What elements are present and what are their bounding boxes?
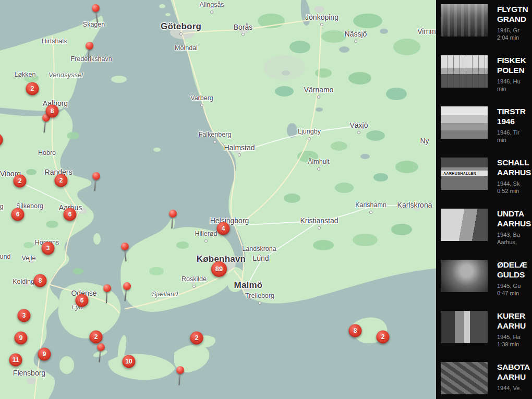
video-meta-line: 1946, Hu [497, 78, 526, 85]
map-marker-cluster-3[interactable]: 3 [18, 309, 31, 322]
video-title-line: GRAND [497, 14, 528, 24]
video-list-item-1[interactable]: FLYGTNGRAND1946, Gr2:04 min [436, 0, 532, 51]
video-text: SCHALLAARHUS1944, Sk0:52 min [497, 158, 531, 195]
video-thumbnail-ruins-bw[interactable] [441, 260, 488, 292]
video-list-item-8[interactable]: SABOTAAARHU1944, Ve [436, 358, 532, 399]
video-meta: 1944, Ve [497, 384, 530, 392]
video-thumbnail-aerial-rooftops-bw[interactable] [441, 362, 488, 394]
video-meta: 1945, Gu0:47 min [497, 282, 527, 297]
map-marker-cluster-89[interactable]: 89 [211, 261, 227, 277]
video-title-line: SABOTA [497, 362, 530, 372]
pin-head [96, 343, 105, 351]
town-dot-kristianstad [318, 226, 321, 229]
video-meta-line: 1944, Sk [497, 180, 531, 187]
map-marker-cluster-2[interactable]: 2 [14, 175, 27, 188]
video-title-line: AARHU [497, 372, 530, 382]
town-dot-trelleborg [258, 301, 261, 305]
video-title: SCHALLAARHUS [497, 158, 531, 177]
video-title: FISKEKPOLEN [497, 55, 526, 75]
town-dot-v-xj [357, 131, 360, 134]
video-title-line: FISKEK [497, 55, 526, 65]
video-meta: 1946, Humin [497, 78, 526, 92]
video-meta: 1944, Sk0:52 min [497, 180, 531, 195]
video-list-item-5[interactable]: UNDTAAARHUS1943, BaAarhus, [436, 204, 532, 256]
video-thumbnail-landscape-field-bw[interactable] [441, 106, 488, 139]
map-marker-cluster-2[interactable]: 2 [55, 174, 68, 187]
pin-head [85, 41, 93, 50]
video-title-line: AARHU [497, 321, 526, 331]
video-meta-line: min [497, 136, 526, 143]
pin-head [120, 242, 129, 250]
town-dot-v-rnamo [317, 95, 320, 99]
video-list-item-3[interactable]: TIRSTR19461946, Tirmin [436, 102, 532, 153]
map-marker-cluster-8[interactable]: 8 [46, 105, 59, 118]
video-text: ØDELÆGULDS1945, Gu0:47 min [497, 260, 527, 297]
video-title: KURERAARHU [497, 311, 526, 331]
map-marker-cluster-9[interactable]: 9 [15, 332, 28, 345]
map-marker-cluster-2[interactable]: 2 [90, 331, 103, 344]
video-meta-line: 1946, Tir [497, 129, 526, 136]
video-title: FLYGTNGRAND [497, 4, 528, 24]
video-title-line: POLEN [497, 65, 526, 75]
map-base [0, 0, 436, 399]
app-window: SkagenHirtshalsFrederikshavnLøkkenVendsy… [0, 0, 532, 399]
video-meta-line: 1:39 min [497, 341, 526, 348]
map-marker-cluster-3[interactable]: 3 [42, 242, 55, 255]
video-title: TIRSTR1946 [497, 106, 526, 126]
map-marker-cluster-2[interactable]: 2 [377, 331, 390, 344]
map-marker-cluster-2[interactable]: 2 [190, 332, 203, 345]
video-list-item-2[interactable]: FISKEKPOLEN1946, Humin [436, 51, 532, 102]
video-results-panel: FLYGTNGRAND1946, Gr2:04 minFISKEKPOLEN19… [436, 0, 532, 399]
pin-head [103, 284, 111, 292]
video-title-line: KURER [497, 311, 526, 321]
video-meta: 1946, Gr2:04 min [497, 27, 528, 41]
map-marker-cluster-9[interactable]: 9 [38, 348, 51, 361]
map-marker-cluster-8[interactable]: 8 [349, 324, 362, 337]
town-dot-g-teborg [179, 32, 183, 35]
video-list-item-4[interactable]: AARHUSHALLENSCHALLAARHUS1944, Sk0:52 min [436, 153, 532, 204]
town-dot-karlshamn [369, 211, 372, 214]
map-marker-cluster-6[interactable]: 6 [11, 208, 25, 221]
thumbnail-sign-text: AARHUSHALLEN [442, 171, 477, 176]
video-title-line: TIRSTR [497, 106, 526, 116]
video-list-item-7[interactable]: KURERAARHU1945, Ha1:39 min [436, 307, 532, 358]
town-dot-lmhult [317, 167, 320, 171]
map-marker-cluster-6[interactable]: 6 [76, 294, 89, 307]
town-dot-hiller-d [204, 239, 208, 243]
video-meta-line: 1943, Ba [497, 231, 531, 238]
video-meta-line: 0:52 min [497, 187, 531, 195]
video-thumbnail-street-scene-bw[interactable] [441, 209, 488, 241]
video-text: UNDTAAARHUS1943, BaAarhus, [497, 209, 531, 246]
video-thumbnail-aarhushallen-building-bw[interactable]: AARHUSHALLEN [441, 158, 488, 190]
video-title-line: 1946 [497, 116, 526, 126]
pin-head [168, 209, 177, 217]
pin-head [176, 366, 184, 374]
video-title: ØDELÆGULDS [497, 260, 527, 280]
map-canvas[interactable]: SkagenHirtshalsFrederikshavnLøkkenVendsy… [0, 0, 436, 399]
video-meta: 1943, BaAarhus, [497, 231, 531, 246]
map-marker-cluster-2[interactable]: 2 [26, 82, 39, 95]
map-marker-cluster-10[interactable]: 10 [123, 355, 136, 368]
video-list-item-6[interactable]: ØDELÆGULDS1945, Gu0:47 min [436, 256, 532, 307]
video-title: UNDTAAARHUS [497, 209, 531, 228]
map-marker-cluster-8[interactable]: 8 [34, 274, 47, 287]
video-thumbnail-harbor-ships-bw[interactable] [441, 55, 488, 88]
video-meta-line: Aarhus, [497, 238, 531, 246]
map-marker-cluster-11[interactable]: 11 [9, 354, 22, 367]
town-dot-halmstad [238, 153, 241, 156]
video-meta: 1945, Ha1:39 min [497, 333, 526, 348]
video-thumbnail-city-street-bw[interactable] [441, 311, 488, 343]
video-thumbnail-street-building-bw[interactable] [441, 4, 488, 37]
video-text: FLYGTNGRAND1946, Gr2:04 min [497, 4, 528, 41]
video-meta-line: 0:47 min [497, 289, 527, 297]
video-meta-line: 1944, Ve [497, 384, 530, 392]
town-dot-j-nk-ping [320, 23, 323, 26]
video-meta-line: 2:04 min [497, 34, 528, 41]
map-marker-cluster-6[interactable]: 6 [64, 208, 77, 221]
pin-head [92, 172, 100, 180]
town-dot-ljungby [308, 137, 311, 140]
video-text: SABOTAAARHU1944, Ve [497, 362, 530, 392]
video-meta-line: 1945, Gu [497, 282, 527, 289]
map-marker-cluster-4[interactable]: 4 [217, 222, 230, 235]
town-dot-landskrona [258, 255, 261, 258]
